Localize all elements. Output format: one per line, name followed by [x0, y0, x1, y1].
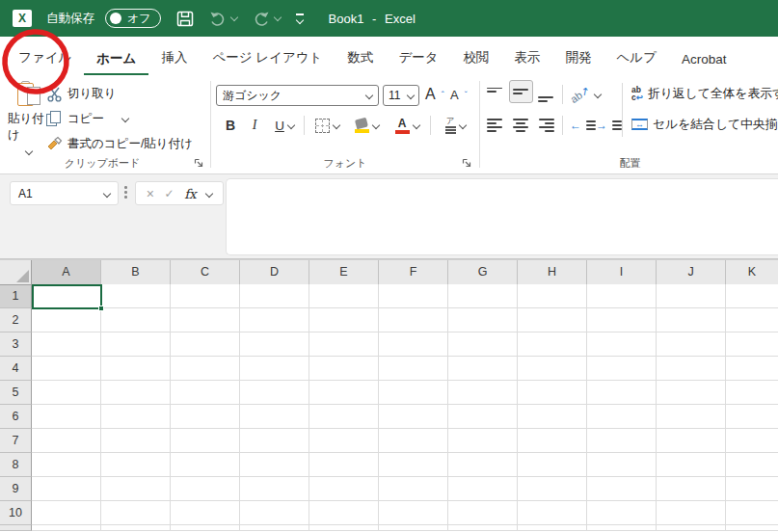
grid-cell-C8[interactable] [171, 453, 240, 477]
grid-cell-K6[interactable] [726, 405, 778, 429]
fill-color-button[interactable] [349, 114, 384, 137]
grid-cell-G2[interactable] [448, 308, 518, 332]
decrease-font-size-button[interactable]: Aˇ [450, 83, 468, 106]
name-box[interactable]: A1 [10, 181, 119, 205]
tab-開発[interactable]: 開発 [553, 41, 604, 75]
grid-cell-D5[interactable] [240, 381, 309, 405]
grid-cell-I7[interactable] [587, 429, 657, 453]
undo-button[interactable] [209, 11, 237, 26]
grid-cell-B2[interactable] [101, 308, 171, 332]
customize-quick-access-toolbar-button[interactable] [296, 13, 304, 23]
grid-cell-G10[interactable] [448, 501, 518, 525]
font-size-combobox[interactable]: 11 [383, 85, 419, 106]
grid-cell-D8[interactable] [240, 453, 309, 477]
grid-cell-K4[interactable] [726, 357, 778, 381]
grid-cell-F6[interactable] [379, 405, 448, 429]
grid-cell-F8[interactable] [379, 453, 448, 477]
grid-cell-E7[interactable] [309, 429, 379, 453]
row-header-1[interactable]: 1 [0, 284, 32, 308]
grid-cell-H2[interactable] [518, 308, 587, 332]
grid-cell-A1[interactable] [32, 284, 101, 308]
align-left-button[interactable] [487, 114, 503, 137]
column-header-J[interactable]: J [657, 260, 726, 285]
grid-cell-B3[interactable] [101, 332, 171, 357]
cancel-icon[interactable]: × [147, 186, 154, 201]
bottom-align-button[interactable] [538, 83, 554, 106]
grid-cell-K2[interactable] [726, 308, 778, 332]
grid-cell-K1[interactable] [726, 284, 778, 308]
grid-cell-J7[interactable] [657, 429, 726, 453]
fill-color-dropdown-chevron[interactable] [371, 121, 379, 129]
align-center-button[interactable] [512, 114, 528, 137]
grid-cell-E3[interactable] [309, 332, 379, 357]
tab-ヘルプ[interactable]: ヘルプ [604, 41, 669, 75]
grid-cell-A2[interactable] [32, 308, 101, 332]
grid-cell-C6[interactable] [171, 405, 240, 429]
grid-cell-K9[interactable] [726, 477, 778, 501]
grid-cell-H8[interactable] [518, 453, 587, 477]
column-header-H[interactable]: H [518, 260, 587, 285]
grid-cell-E5[interactable] [309, 381, 379, 405]
grid-cell-G8[interactable] [448, 453, 518, 477]
grid-cell-E6[interactable] [309, 405, 379, 429]
bold-button[interactable]: B [220, 114, 241, 137]
orientation-dropdown-chevron[interactable] [594, 91, 602, 98]
top-align-button[interactable] [487, 83, 503, 106]
grid-cell-F5[interactable] [379, 381, 448, 405]
wrap-text-button[interactable]: ab c↩ 折り返して全体を表示する [631, 82, 778, 105]
grid-cell-K7[interactable] [726, 429, 778, 453]
tab-挿入[interactable]: 挿入 [148, 41, 200, 75]
row-header-9[interactable]: 9 [0, 477, 32, 501]
excel-app-icon[interactable]: X [13, 10, 32, 27]
tab-Acrobat[interactable]: Acrobat [669, 44, 739, 75]
grid-cell-H6[interactable] [518, 405, 587, 429]
grid-cell-B4[interactable] [101, 357, 171, 381]
tab-表示[interactable]: 表示 [502, 41, 553, 75]
middle-align-button[interactable] [509, 80, 533, 103]
font-dialog-launcher[interactable] [462, 158, 472, 169]
row-header-5[interactable]: 5 [0, 381, 32, 405]
grid-cell-D3[interactable] [240, 332, 309, 357]
grid-cell-H3[interactable] [518, 332, 587, 357]
grid-cell-I5[interactable] [587, 381, 657, 405]
tab-数式[interactable]: 数式 [335, 41, 386, 75]
grid-cell-D2[interactable] [240, 308, 309, 332]
grid-cell-J8[interactable] [657, 453, 726, 477]
grid-cell-A4[interactable] [32, 357, 101, 381]
increase-indent-button[interactable]: → [596, 114, 622, 137]
merge-center-button[interactable]: ↔ セルを結合して中央揃え [631, 113, 778, 136]
grid-cell-J1[interactable] [657, 284, 726, 308]
grid-cell-D4[interactable] [240, 357, 309, 381]
increase-font-size-button[interactable]: Aˆ [425, 83, 444, 106]
grid-cell-E1[interactable] [309, 284, 379, 308]
orientation-button[interactable]: ab↗ [570, 83, 601, 106]
tab-校閲[interactable]: 校閲 [451, 41, 502, 75]
tab-ページ レイアウト[interactable]: ページ レイアウト [200, 41, 335, 75]
undo-dropdown-chevron[interactable] [229, 13, 237, 20]
column-header-D[interactable]: D [240, 260, 309, 285]
phonetic-guide-button[interactable]: ア [437, 114, 473, 137]
grid-cell-K3[interactable] [726, 332, 778, 357]
grid-cell-I8[interactable] [587, 453, 657, 477]
paste-button[interactable]: 貼り付け [8, 81, 50, 154]
column-header-K[interactable]: K [726, 260, 778, 285]
grid-cell-C7[interactable] [171, 429, 240, 453]
row-header-8[interactable]: 8 [0, 453, 32, 477]
underline-dropdown-chevron[interactable] [287, 121, 295, 129]
grid-cell-I1[interactable] [587, 284, 657, 308]
grid-cell-J6[interactable] [657, 405, 726, 429]
grid-cell-C9[interactable] [171, 477, 240, 501]
font-name-combobox[interactable]: 游ゴシック [216, 85, 379, 106]
row-header-6[interactable]: 6 [0, 405, 32, 429]
row-header-3[interactable]: 3 [0, 332, 32, 357]
column-header-I[interactable]: I [587, 260, 657, 285]
borders-dropdown-chevron[interactable] [332, 121, 339, 129]
redo-dropdown-chevron[interactable] [273, 13, 281, 20]
grid-cell-D9[interactable] [240, 477, 309, 501]
grid-cell-G4[interactable] [448, 357, 518, 381]
copy-dropdown-chevron[interactable] [121, 115, 129, 122]
grid-cell-E9[interactable] [309, 477, 379, 501]
grid-cell-K10[interactable] [726, 501, 778, 525]
column-header-C[interactable]: C [171, 260, 240, 285]
grid-cell-B9[interactable] [101, 477, 171, 501]
